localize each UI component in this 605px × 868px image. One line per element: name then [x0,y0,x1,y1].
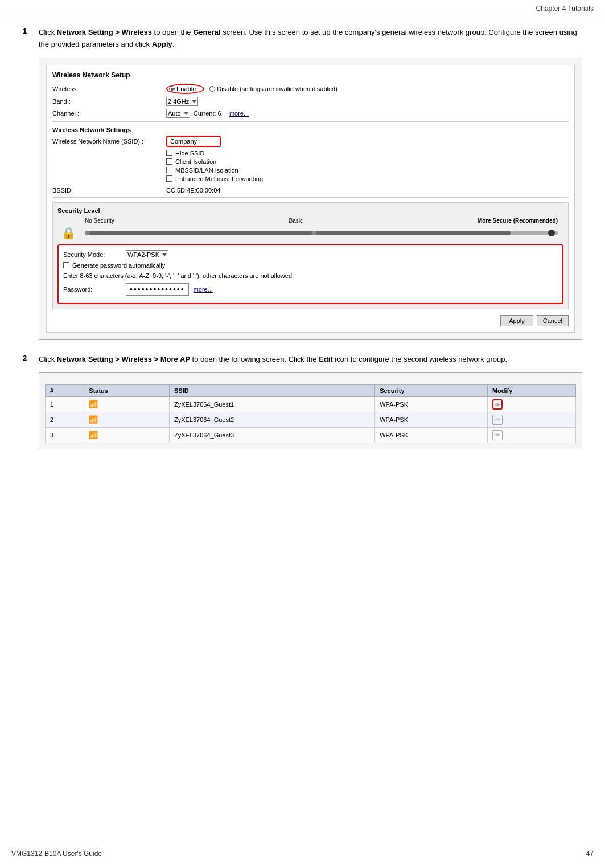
password-more-link[interactable]: more... [194,286,213,293]
slider-row: 🔒 [57,226,563,240]
security-mode-box: Security Mode: WPA2-PSK Generate passwor… [57,244,563,304]
enhanced-multicast-checkbox[interactable] [166,175,172,182]
slider-thumb[interactable] [548,230,555,236]
step-2-bold1: Network Setting > Wireless > More AP [57,355,190,363]
enable-radio-input[interactable] [169,86,175,92]
step-2: 2 Click Network Setting > Wireless > Mor… [23,354,582,449]
ap-table-screenshot: # Status SSID Security Modify 1 📶 ZyXEL3… [39,372,582,449]
row1-num: 1 [46,396,84,412]
col-security: Security [375,384,488,396]
step-1-bold1: Network Setting > Wireless [57,28,152,36]
security-title: Security Level [57,207,563,214]
footer-right: 47 [586,850,594,858]
wifi-icon-3: 📶 [89,431,98,439]
table-row: 2 📶 ZyXEL37064_Guest2 WPA-PSK ✏ [46,412,576,427]
edit-icon-3[interactable]: ✏ [492,430,503,440]
tick-1 [85,231,89,235]
hide-ssid-label: Hide SSID [175,150,204,157]
edit-icon-1-highlighted[interactable]: ✏ [492,399,503,410]
ap-table-header-row: # Status SSID Security Modify [46,384,576,396]
wireless-value: Enable Disable (settings are invalid whe… [166,84,343,94]
security-mode-row: Security Mode: WPA2-PSK [63,250,558,259]
security-labels-row: No Security Basic More Secure (Recommend… [57,218,563,224]
step-1-screenshot: Wireless Network Setup Wireless Enable [39,58,582,340]
apply-button[interactable]: Apply [500,315,533,326]
table-row: 1 📶 ZyXEL37064_Guest1 WPA-PSK ✏ [46,396,576,412]
mbssid-row: MBSSID/LAN Isolation [166,167,569,174]
password-row: Password: •••••••••••••• more... [63,283,558,296]
divider-2 [52,197,569,198]
disable-radio-input[interactable] [209,86,215,92]
disable-radio[interactable]: Disable (settings are invalid when disab… [209,85,338,92]
wireless-label: Wireless [52,85,166,92]
security-mode-select[interactable]: WPA2-PSK [126,250,168,259]
row2-ssid: ZyXEL37064_Guest2 [169,412,374,427]
wireless-setup-panel: Wireless Network Setup Wireless Enable [46,65,575,333]
channel-more-link[interactable]: more... [229,110,249,117]
slider-fill [85,231,511,235]
lock-icon-area: 🔒 [57,226,79,240]
security-mode-value: WPA2-PSK [127,251,159,258]
page-footer: VMG1312-B10A User's Guide 47 [11,850,594,858]
row1-security: WPA-PSK [375,396,488,412]
hide-ssid-row: Hide SSID [166,150,569,157]
row1-status: 📶 [84,396,170,412]
channel-current: Current: 6 [194,110,221,117]
step-1-bold3: Apply [152,40,172,48]
step-2-number: 2 [23,354,32,362]
step-1-bold2: General [193,28,220,36]
edit-icon-2[interactable]: ✏ [492,415,503,425]
row1-modify[interactable]: ✏ [487,396,575,412]
channel-dropdown-icon [184,112,188,115]
band-select[interactable]: 2.4GHz [166,97,198,106]
row2-num: 2 [46,412,84,427]
ap-table-body: 1 📶 ZyXEL37064_Guest1 WPA-PSK ✏ 2 📶 ZyXE… [46,396,576,443]
row2-security: WPA-PSK [375,412,488,427]
row2-modify[interactable]: ✏ [487,412,575,427]
mbssid-checkbox[interactable] [166,167,172,173]
ssid-row: Wireless Network Name (SSID) : [52,136,569,147]
mbssid-label: MBSSID/LAN Isolation [175,167,238,174]
password-field[interactable]: •••••••••••••• [126,283,189,296]
channel-label: Channel : [52,110,166,117]
ssid-input[interactable] [168,137,219,145]
enhanced-multicast-label: Enhanced Multicast Forwarding [175,175,263,182]
wns-title: Wireless Network Setup [52,71,569,79]
ap-table: # Status SSID Security Modify 1 📶 ZyXEL3… [45,384,576,443]
ssid-highlight [166,136,221,147]
channel-value: Auto Current: 6 more... [166,109,249,118]
step-2-content: Click Network Setting > Wireless > More … [39,354,582,449]
generate-password-label: Generate password automatically [72,262,165,269]
password-label: Password: [63,286,126,293]
row2-status: 📶 [84,412,170,427]
col-ssid: SSID [169,384,374,396]
step-1: 1 Click Network Setting > Wireless to op… [23,27,582,340]
security-section: Security Level No Security Basic More Se… [52,202,569,309]
band-row: Band : 2.4GHz [52,97,569,106]
row3-num: 3 [46,427,84,443]
page-header: Chapter 4 Tutorials [0,0,605,15]
security-mode-dropdown-icon [162,253,167,256]
generate-password-checkbox[interactable] [63,262,69,268]
ssid-value [166,136,221,147]
enable-highlight: Enable [166,84,204,94]
enable-radio[interactable]: Enable [169,85,196,92]
client-isolation-checkbox[interactable] [166,158,172,165]
bssid-value: CC:5D:4E:00:00:04 [166,187,220,194]
slider-track [85,231,558,235]
step-1-text: Click Network Setting > Wireless to open… [39,27,582,51]
chapter-title: Chapter 4 Tutorials [536,5,594,13]
step-2-text: Click Network Setting > Wireless > More … [39,354,582,366]
row3-security: WPA-PSK [375,427,488,443]
channel-select[interactable]: Auto [166,109,190,118]
row3-modify[interactable]: ✏ [487,427,575,443]
cancel-button[interactable]: Cancel [537,315,569,326]
divider-1 [52,121,569,122]
enhanced-multicast-row: Enhanced Multicast Forwarding [166,175,569,182]
wifi-icon-1: 📶 [89,400,98,408]
bssid-label: BSSID: [52,187,166,194]
step-1-content: Click Network Setting > Wireless to open… [39,27,582,340]
ap-table-header: # Status SSID Security Modify [46,384,576,396]
hide-ssid-checkbox[interactable] [166,150,172,156]
lock-icon: 🔒 [61,227,76,239]
